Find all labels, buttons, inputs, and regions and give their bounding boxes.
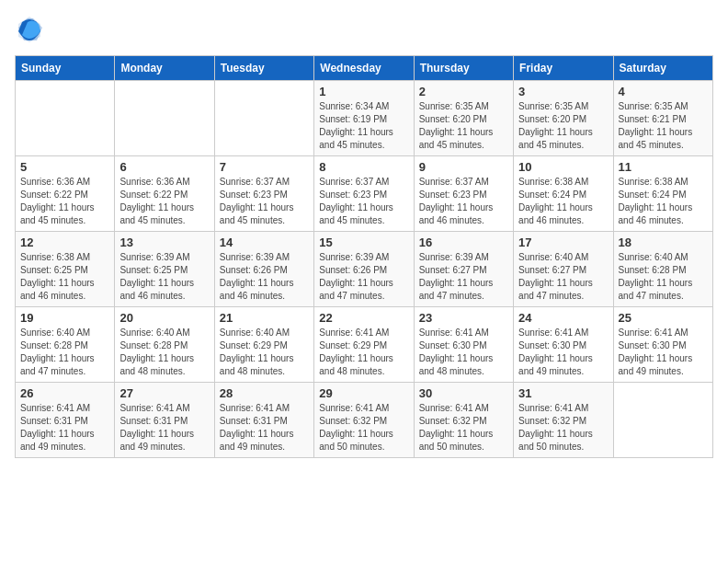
- day-number: 22: [319, 311, 408, 325]
- day-info: Sunrise: 6:41 AM Sunset: 6:31 PM Dayligh…: [119, 402, 209, 454]
- calendar-cell: 23Sunrise: 6:41 AM Sunset: 6:30 PM Dayli…: [414, 307, 513, 383]
- day-number: 15: [319, 236, 408, 249]
- day-number: 17: [518, 236, 608, 249]
- day-number: 1: [319, 85, 408, 98]
- day-number: 14: [220, 236, 309, 249]
- calendar-cell: 11Sunrise: 6:38 AM Sunset: 6:24 PM Dayli…: [613, 156, 712, 232]
- logo: [15, 15, 48, 44]
- calendar-cell: 20Sunrise: 6:40 AM Sunset: 6:28 PM Dayli…: [115, 307, 214, 383]
- page-header: [15, 15, 713, 44]
- day-number: 19: [20, 311, 109, 325]
- day-header-tuesday: Tuesday: [214, 56, 313, 81]
- day-info: Sunrise: 6:39 AM Sunset: 6:26 PM Dayligh…: [220, 251, 309, 303]
- day-header-thursday: Thursday: [414, 56, 513, 81]
- day-number: 5: [20, 160, 109, 174]
- calendar-week-row: 12Sunrise: 6:38 AM Sunset: 6:25 PM Dayli…: [16, 232, 713, 307]
- day-number: 12: [20, 236, 109, 249]
- calendar-cell: 25Sunrise: 6:41 AM Sunset: 6:30 PM Dayli…: [613, 307, 712, 383]
- calendar-cell: 9Sunrise: 6:37 AM Sunset: 6:23 PM Daylig…: [414, 156, 513, 232]
- day-info: Sunrise: 6:38 AM Sunset: 6:24 PM Dayligh…: [619, 176, 708, 227]
- calendar-cell: [16, 81, 115, 156]
- day-info: Sunrise: 6:39 AM Sunset: 6:27 PM Dayligh…: [419, 251, 508, 303]
- logo-icon: [15, 15, 44, 44]
- calendar-week-row: 19Sunrise: 6:40 AM Sunset: 6:28 PM Dayli…: [16, 307, 713, 383]
- day-header-monday: Monday: [115, 56, 214, 81]
- day-number: 13: [119, 236, 209, 249]
- day-info: Sunrise: 6:39 AM Sunset: 6:26 PM Dayligh…: [319, 251, 408, 303]
- day-info: Sunrise: 6:40 AM Sunset: 6:27 PM Dayligh…: [518, 251, 608, 303]
- day-info: Sunrise: 6:41 AM Sunset: 6:32 PM Dayligh…: [419, 402, 508, 454]
- day-number: 9: [419, 160, 508, 174]
- calendar-cell: 31Sunrise: 6:41 AM Sunset: 6:32 PM Dayli…: [514, 383, 613, 458]
- day-info: Sunrise: 6:41 AM Sunset: 6:29 PM Dayligh…: [319, 327, 408, 378]
- calendar-cell: 2Sunrise: 6:35 AM Sunset: 6:20 PM Daylig…: [414, 81, 513, 156]
- day-info: Sunrise: 6:36 AM Sunset: 6:22 PM Dayligh…: [20, 176, 109, 227]
- calendar-cell: [214, 81, 313, 156]
- day-info: Sunrise: 6:35 AM Sunset: 6:21 PM Dayligh…: [619, 100, 708, 152]
- day-info: Sunrise: 6:37 AM Sunset: 6:23 PM Dayligh…: [220, 176, 309, 227]
- day-number: 26: [20, 386, 109, 400]
- day-number: 28: [220, 386, 309, 400]
- day-info: Sunrise: 6:40 AM Sunset: 6:28 PM Dayligh…: [619, 251, 708, 303]
- day-info: Sunrise: 6:41 AM Sunset: 6:30 PM Dayligh…: [518, 327, 608, 378]
- day-number: 11: [619, 160, 708, 174]
- day-number: 16: [419, 236, 508, 249]
- day-number: 30: [419, 386, 508, 400]
- day-number: 18: [619, 236, 708, 249]
- day-info: Sunrise: 6:37 AM Sunset: 6:23 PM Dayligh…: [319, 176, 408, 227]
- calendar-week-row: 5Sunrise: 6:36 AM Sunset: 6:22 PM Daylig…: [16, 156, 713, 232]
- day-info: Sunrise: 6:38 AM Sunset: 6:24 PM Dayligh…: [518, 176, 608, 227]
- day-info: Sunrise: 6:41 AM Sunset: 6:32 PM Dayligh…: [319, 402, 408, 454]
- calendar-cell: 14Sunrise: 6:39 AM Sunset: 6:26 PM Dayli…: [214, 232, 313, 307]
- day-number: 29: [319, 386, 408, 400]
- day-header-wednesday: Wednesday: [314, 56, 414, 81]
- calendar-cell: 16Sunrise: 6:39 AM Sunset: 6:27 PM Dayli…: [414, 232, 513, 307]
- calendar-cell: 28Sunrise: 6:41 AM Sunset: 6:31 PM Dayli…: [214, 383, 313, 458]
- calendar-cell: 26Sunrise: 6:41 AM Sunset: 6:31 PM Dayli…: [16, 383, 115, 458]
- day-number: 8: [319, 160, 408, 174]
- day-info: Sunrise: 6:40 AM Sunset: 6:28 PM Dayligh…: [119, 327, 209, 378]
- day-number: 10: [518, 160, 608, 174]
- day-number: 25: [619, 311, 708, 325]
- calendar-cell: 12Sunrise: 6:38 AM Sunset: 6:25 PM Dayli…: [16, 232, 115, 307]
- day-number: 21: [220, 311, 309, 325]
- calendar-cell: 6Sunrise: 6:36 AM Sunset: 6:22 PM Daylig…: [115, 156, 214, 232]
- day-info: Sunrise: 6:36 AM Sunset: 6:22 PM Dayligh…: [119, 176, 209, 227]
- calendar-week-row: 26Sunrise: 6:41 AM Sunset: 6:31 PM Dayli…: [16, 383, 713, 458]
- calendar-cell: 17Sunrise: 6:40 AM Sunset: 6:27 PM Dayli…: [514, 232, 613, 307]
- day-info: Sunrise: 6:39 AM Sunset: 6:25 PM Dayligh…: [119, 251, 209, 303]
- calendar-cell: 30Sunrise: 6:41 AM Sunset: 6:32 PM Dayli…: [414, 383, 513, 458]
- calendar-cell: 21Sunrise: 6:40 AM Sunset: 6:29 PM Dayli…: [214, 307, 313, 383]
- day-info: Sunrise: 6:41 AM Sunset: 6:30 PM Dayligh…: [419, 327, 508, 378]
- calendar-cell: 15Sunrise: 6:39 AM Sunset: 6:26 PM Dayli…: [314, 232, 414, 307]
- calendar-cell: [115, 81, 214, 156]
- calendar-cell: 24Sunrise: 6:41 AM Sunset: 6:30 PM Dayli…: [514, 307, 613, 383]
- day-number: 20: [119, 311, 209, 325]
- day-info: Sunrise: 6:41 AM Sunset: 6:31 PM Dayligh…: [220, 402, 309, 454]
- calendar-cell: 10Sunrise: 6:38 AM Sunset: 6:24 PM Dayli…: [514, 156, 613, 232]
- day-info: Sunrise: 6:40 AM Sunset: 6:28 PM Dayligh…: [20, 327, 109, 378]
- calendar-cell: 4Sunrise: 6:35 AM Sunset: 6:21 PM Daylig…: [613, 81, 712, 156]
- calendar-table: SundayMondayTuesdayWednesdayThursdayFrid…: [15, 55, 713, 458]
- day-header-sunday: Sunday: [16, 56, 115, 81]
- day-number: 27: [119, 386, 209, 400]
- day-number: 4: [619, 85, 708, 98]
- day-info: Sunrise: 6:40 AM Sunset: 6:29 PM Dayligh…: [220, 327, 309, 378]
- day-number: 31: [518, 386, 608, 400]
- day-header-saturday: Saturday: [613, 56, 712, 81]
- day-header-friday: Friday: [514, 56, 613, 81]
- calendar-cell: 18Sunrise: 6:40 AM Sunset: 6:28 PM Dayli…: [613, 232, 712, 307]
- calendar-header-row: SundayMondayTuesdayWednesdayThursdayFrid…: [16, 56, 713, 81]
- calendar-cell: 27Sunrise: 6:41 AM Sunset: 6:31 PM Dayli…: [115, 383, 214, 458]
- calendar-cell: 8Sunrise: 6:37 AM Sunset: 6:23 PM Daylig…: [314, 156, 414, 232]
- calendar-cell: 7Sunrise: 6:37 AM Sunset: 6:23 PM Daylig…: [214, 156, 313, 232]
- day-info: Sunrise: 6:34 AM Sunset: 6:19 PM Dayligh…: [319, 100, 408, 152]
- calendar-week-row: 1Sunrise: 6:34 AM Sunset: 6:19 PM Daylig…: [16, 81, 713, 156]
- calendar-cell: 29Sunrise: 6:41 AM Sunset: 6:32 PM Dayli…: [314, 383, 414, 458]
- calendar-cell: 22Sunrise: 6:41 AM Sunset: 6:29 PM Dayli…: [314, 307, 414, 383]
- calendar-cell: 13Sunrise: 6:39 AM Sunset: 6:25 PM Dayli…: [115, 232, 214, 307]
- day-number: 3: [518, 85, 608, 98]
- calendar-cell: 19Sunrise: 6:40 AM Sunset: 6:28 PM Dayli…: [16, 307, 115, 383]
- calendar-cell: 3Sunrise: 6:35 AM Sunset: 6:20 PM Daylig…: [514, 81, 613, 156]
- calendar-cell: 5Sunrise: 6:36 AM Sunset: 6:22 PM Daylig…: [16, 156, 115, 232]
